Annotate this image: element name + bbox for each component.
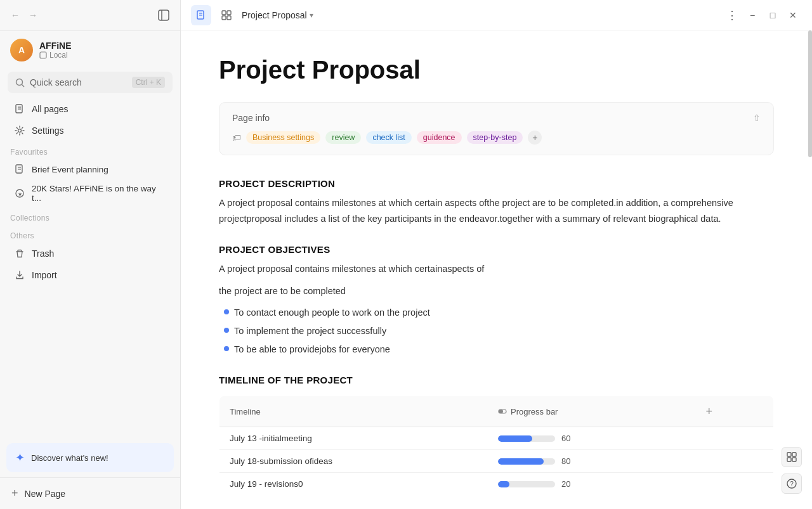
tag-stepbystep[interactable]: step-by-step — [467, 131, 523, 144]
sidebar-item-all-pages[interactable]: All pages — [4, 98, 176, 120]
page-info-title: Page info — [232, 113, 270, 123]
svg-rect-19 — [222, 16, 226, 20]
add-column-button[interactable]: + — [700, 403, 718, 420]
svg-rect-26 — [792, 458, 796, 461]
main-content: Project Proposal ▾ ⋮ − □ ✕ Project Propo… — [181, 0, 812, 509]
favourites-section-label: Favourites — [0, 141, 180, 159]
svg-rect-20 — [227, 16, 231, 20]
progress-bar-fill — [498, 458, 544, 465]
svg-point-3 — [16, 79, 23, 85]
timeline-cell: July 19 - revisions0 — [219, 473, 488, 496]
progress-bar-bg — [498, 435, 555, 442]
tag-checklist[interactable]: check list — [366, 131, 411, 144]
new-page-button[interactable]: + New Page — [0, 477, 180, 509]
sidebar-item-import[interactable]: Import — [4, 264, 176, 286]
titlebar: Project Proposal ▾ ⋮ − □ ✕ — [181, 0, 812, 30]
workspace-avatar: A — [10, 39, 33, 61]
bullet-item-1: To contact enough people to work on the … — [224, 306, 774, 320]
sidebar-toggle-button[interactable] — [155, 6, 173, 24]
tab-document-button[interactable] — [191, 5, 211, 25]
section-heading-timeline: TIMELINE OF THE PROJECT — [219, 375, 774, 385]
bullet-item-3: To be able to providejobs for everyone — [224, 342, 774, 357]
quick-search-bar[interactable]: Quick search Ctrl + K — [8, 72, 173, 93]
trash-icon — [14, 248, 25, 259]
progress-bar-fill — [498, 435, 532, 442]
discover-text: Discover what's new! — [31, 453, 108, 463]
svg-rect-0 — [159, 10, 169, 20]
svg-line-4 — [22, 84, 25, 87]
objectives-bullets: To contact enough people to work on the … — [224, 306, 774, 358]
timeline-col-header: Timeline — [219, 396, 488, 427]
fav-item-20k-stars[interactable]: ★ 20K Stars! AFFiNE is on the way t... — [4, 179, 176, 207]
timeline-table: Timeline Progress bar + July 13 -initial… — [219, 396, 774, 496]
table-row: July 19 - revisions0 20 — [219, 473, 774, 496]
bottom-right-toolbar: ? — [782, 447, 802, 494]
close-button[interactable]: ✕ — [784, 6, 802, 24]
others-section-label: Others — [0, 225, 180, 243]
discover-icon: ✦ — [15, 451, 25, 465]
pages-icon — [14, 103, 25, 115]
fav-item-brief-event[interactable]: Brief Event planning — [4, 159, 176, 179]
grid-view-button[interactable] — [782, 447, 802, 467]
titlebar-left: Project Proposal ▾ — [191, 5, 313, 25]
progress-bar-bg — [498, 458, 555, 465]
trash-label: Trash — [32, 248, 54, 259]
forward-arrow[interactable]: → — [25, 8, 41, 23]
tag-business[interactable]: Business settings — [246, 131, 320, 144]
document-area: Project Proposal Page info ⇧ 🏷 Business … — [181, 30, 812, 509]
dots-icon: ⋮ — [726, 8, 738, 22]
sidebar-item-trash[interactable]: Trash — [4, 243, 176, 264]
svg-text:?: ? — [790, 480, 794, 487]
table-row: July 13 -initialmeeting 60 — [219, 427, 774, 450]
progress-value: 20 — [561, 479, 570, 489]
plus-icon: + — [11, 487, 18, 500]
minimize-button[interactable]: − — [743, 6, 761, 24]
discover-banner[interactable]: ✦ Discover what's new! — [6, 443, 174, 472]
page-info-box: Page info ⇧ 🏷 Business settings review c… — [219, 102, 774, 155]
tag-guidance[interactable]: guidence — [417, 131, 462, 144]
scrollbar-track[interactable] — [807, 30, 812, 509]
sidebar: ← → A AFFiNE Local Quick search Ctrl + K — [0, 0, 181, 509]
timeline-cell: July 13 -initialmeeting — [219, 427, 488, 450]
add-col-header: + — [690, 396, 774, 427]
import-label: Import — [32, 270, 57, 280]
settings-icon — [14, 125, 25, 136]
more-options-button[interactable]: ⋮ — [723, 6, 741, 24]
extra-col-cell — [690, 473, 774, 496]
sidebar-item-settings[interactable]: Settings — [4, 120, 176, 141]
svg-rect-18 — [227, 11, 231, 15]
progress-cell: 20 — [488, 473, 690, 496]
progress-col-header: Progress bar — [488, 396, 690, 427]
progress-bar-bg — [498, 481, 555, 487]
extra-col-cell — [690, 427, 774, 450]
progress-value: 60 — [561, 434, 570, 443]
maximize-button[interactable]: □ — [764, 6, 782, 24]
nav-arrows: ← → — [8, 8, 41, 23]
fav-item-brief-label: Brief Event planning — [32, 165, 108, 174]
bullet-dot — [224, 328, 229, 333]
timeline-cell: July 18-submission ofideas — [219, 450, 488, 473]
table-row: July 18-submission ofideas 80 — [219, 450, 774, 473]
tab-board-button[interactable] — [216, 5, 237, 25]
all-pages-label: All pages — [32, 104, 69, 114]
svg-rect-22 — [499, 409, 503, 413]
page-info-collapse-icon[interactable]: ⇧ — [753, 113, 761, 123]
bullet-dot — [224, 309, 229, 314]
tag-review[interactable]: review — [325, 131, 361, 144]
page-info-tags: 🏷 Business settings review check list gu… — [232, 131, 761, 145]
scrollbar-thumb[interactable] — [808, 30, 812, 157]
section-heading-description: PROJECT DESCRIPTION — [219, 178, 774, 189]
back-arrow[interactable]: ← — [8, 8, 23, 23]
title-dropdown-arrow[interactable]: ▾ — [310, 11, 313, 20]
workspace-type: Local — [39, 51, 72, 60]
svg-text:★: ★ — [18, 191, 22, 197]
tag-add-button[interactable]: + — [528, 131, 542, 145]
bullet-item-2: To implement the project successfully — [224, 324, 774, 338]
description-para: A project proposal contains milestones a… — [219, 195, 774, 226]
title-text: Project Proposal — [242, 10, 307, 20]
doc-icon — [14, 164, 25, 175]
help-button[interactable]: ? — [782, 474, 802, 494]
objectives-para-2: the project are to be completed — [219, 283, 774, 299]
workspace-header[interactable]: A AFFiNE Local — [0, 31, 180, 69]
progress-bar-fill — [498, 481, 509, 487]
